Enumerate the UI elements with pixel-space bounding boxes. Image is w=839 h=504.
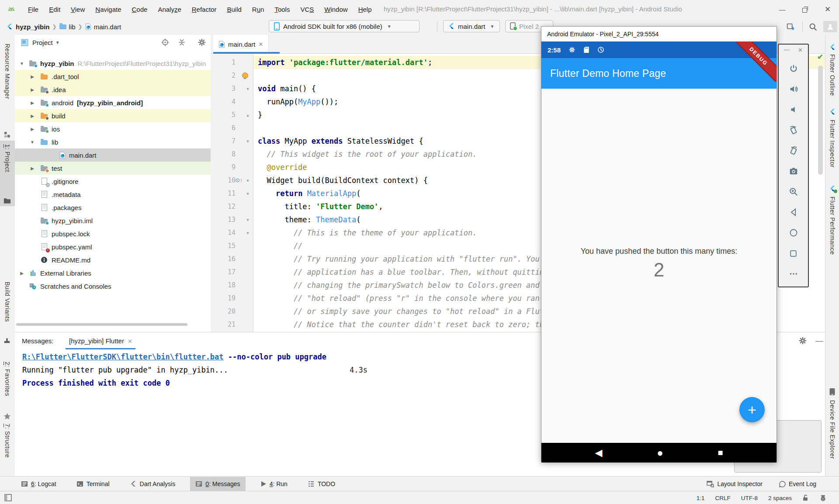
toolwindow-6-logcat[interactable]: 6: Logcat	[16, 477, 62, 491]
tree-row--metadata[interactable]: .metadata	[15, 188, 211, 201]
fold-marker-icon[interactable]: ▴	[245, 108, 251, 121]
tree-row-external-libraries[interactable]: ▶External Libraries	[15, 266, 211, 280]
toolwindow-event-log[interactable]: Event Log	[774, 477, 822, 491]
tree-row-hyzp-yibin[interactable]: ▼hyzp_yibinR:\FlutterProject\FlutterProj…	[15, 57, 211, 70]
emulator-overview-icon[interactable]	[779, 246, 808, 261]
flutter-icon[interactable]	[829, 108, 836, 115]
tree-expand-arrow[interactable]: ▼	[30, 140, 35, 145]
run-config-selector[interactable]: main.dart▼	[443, 20, 500, 32]
avatar[interactable]	[823, 21, 837, 32]
menu-refactor[interactable]: Refactor	[187, 6, 222, 13]
breadcrumb-item[interactable]: hyzp_yibin	[16, 23, 50, 31]
emulator-rotate-right-icon[interactable]	[779, 143, 808, 158]
resource-manager-icon[interactable]	[3, 131, 11, 138]
sidebar-item--favorites[interactable]: 2: Favorites	[4, 362, 11, 396]
star-icon[interactable]	[3, 413, 11, 420]
emulator-rotate-left-icon[interactable]	[779, 123, 808, 138]
overview-icon[interactable]: ■	[718, 448, 723, 458]
close-tab-icon[interactable]: ✕	[259, 41, 263, 48]
fold-marker-icon[interactable]: ▾	[245, 82, 251, 95]
menu-tools[interactable]: Tools	[269, 6, 295, 13]
device-icon[interactable]	[829, 388, 836, 396]
search-everywhere-icon[interactable]	[808, 22, 818, 32]
menu-window[interactable]: Window	[319, 6, 353, 13]
restore-button[interactable]	[794, 0, 816, 18]
ide-notifications-icon[interactable]	[819, 494, 827, 502]
emulator-volume-down-icon[interactable]	[779, 102, 808, 117]
fold-marker-icon[interactable]: ▾	[245, 135, 251, 148]
console-link[interactable]: R:\Flutter\FlutterSDK\flutter\bin\flutte…	[22, 352, 224, 361]
menu-edit[interactable]: Edit	[44, 6, 66, 13]
fold-marker-icon[interactable]: ▾	[245, 187, 251, 200]
tree-row-hyzp-yibin-iml[interactable]: hyzp_yibin.iml	[15, 214, 211, 227]
toolwindow-terminal[interactable]: Terminal	[71, 477, 115, 491]
horizontal-scrollbar[interactable]	[16, 323, 187, 326]
tree-expand-arrow[interactable]: ▶	[30, 87, 35, 92]
menu-code[interactable]: Code	[127, 6, 153, 13]
breadcrumb-item[interactable]: main.dart	[94, 23, 121, 31]
close-icon[interactable]: ✕	[798, 47, 803, 53]
menu-help[interactable]: Help	[353, 6, 377, 13]
emulator-zoom-icon[interactable]	[779, 184, 808, 199]
messages-tab-flutter[interactable]: [hyzp_yibin] Flutter✕	[66, 332, 136, 350]
sidebar-item--project[interactable]: 1: Project	[4, 144, 11, 172]
sidebar-item-flutter-inspector[interactable]: Flutter Inspector	[829, 120, 836, 168]
fold-marker-icon[interactable]: ▾	[245, 226, 251, 239]
tree-row-android[interactable]: ▶android[hyzp_yibin_android]	[15, 96, 211, 109]
tree-row-pubspec-lock[interactable]: pubspec.lock	[15, 227, 211, 240]
sidebar-item-flutter-outline[interactable]: Flutter Outline	[829, 54, 836, 96]
toolwindow-4-run[interactable]: 4: Run	[255, 477, 293, 491]
tree-row-ios[interactable]: ▶ios	[15, 122, 211, 135]
sidebar-item-device-file-explorer[interactable]: Device File Explorer	[829, 400, 836, 459]
sidebar-item-build-variants[interactable]: Build Variants	[4, 282, 11, 322]
menu-build[interactable]: Build	[222, 6, 246, 13]
override-marker-icon[interactable]: ⊙↑	[235, 174, 244, 187]
sidebar-item-resource-manager[interactable]: Resource Manager	[4, 44, 11, 99]
emulator-back-icon[interactable]	[779, 205, 808, 220]
close-icon[interactable]: ✕	[128, 338, 132, 345]
project-view-selector[interactable]: Project	[32, 39, 53, 46]
tree-expand-arrow[interactable]: ▶	[30, 114, 35, 118]
toolwindow-layout-inspector[interactable]: Layout Inspector	[701, 477, 768, 491]
settings-gear-icon[interactable]	[798, 336, 808, 346]
tree-row-readme-md[interactable]: README.md	[15, 253, 211, 266]
line-ending[interactable]: CRLF	[715, 495, 730, 501]
inspection-ok-icon[interactable]: ✔	[817, 52, 823, 62]
lock-icon[interactable]	[802, 494, 809, 501]
toolwindow-todo[interactable]: TODO	[302, 477, 340, 491]
tree-expand-arrow[interactable]: ▶	[19, 271, 24, 276]
breadcrumb-item[interactable]: lib	[69, 23, 76, 31]
project-folder-icon[interactable]	[3, 197, 11, 204]
menu-view[interactable]: View	[66, 6, 90, 13]
tree-row-lib[interactable]: ▼lib	[15, 135, 211, 148]
menu-analyze[interactable]: Analyze	[153, 6, 186, 13]
encoding[interactable]: UTF-8	[741, 495, 758, 501]
home-icon[interactable]: ●	[657, 447, 663, 459]
emulator-volume-up-icon[interactable]	[779, 82, 808, 97]
back-icon[interactable]: ◀	[595, 447, 602, 459]
settings-gear-icon[interactable]	[198, 38, 206, 47]
tree-expand-arrow[interactable]: ▶	[30, 74, 35, 79]
emulator-screenshot-icon[interactable]	[779, 164, 808, 179]
tree-row-main-dart[interactable]: main.dart	[15, 148, 211, 162]
menu-run[interactable]: Run	[247, 6, 270, 13]
emulator-power-icon[interactable]	[779, 61, 808, 76]
minimize-button[interactable]: —	[771, 0, 794, 18]
tree-row--dart-tool[interactable]: ▶.dart_tool	[15, 70, 211, 83]
toolwindow-0-messages[interactable]: 0: Messages	[190, 477, 245, 491]
intention-bulb-icon[interactable]	[242, 72, 248, 79]
tree-expand-arrow[interactable]: ▶	[30, 166, 35, 171]
tree-row--packages[interactable]: .packages	[15, 201, 211, 214]
build-variants-icon[interactable]	[3, 337, 10, 344]
emulator-more-icon[interactable]	[779, 266, 808, 281]
collapse-all-icon[interactable]	[177, 38, 186, 47]
sidebar-item-flutter-performance[interactable]: Flutter Performance	[829, 197, 836, 255]
tree-row-scratches-and-consoles[interactable]: Scratches and Consoles	[15, 280, 211, 293]
tree-expand-arrow[interactable]: ▶	[30, 100, 35, 105]
flutter-green-icon[interactable]	[829, 185, 836, 192]
tab-main-dart[interactable]: main.dart ✕	[213, 35, 269, 54]
caret-position[interactable]: 1:1	[697, 495, 705, 501]
hide-panel-icon[interactable]: —	[815, 336, 824, 346]
tree-row-test[interactable]: ▶test	[15, 162, 211, 175]
menu-vcs[interactable]: VCS	[295, 6, 319, 13]
